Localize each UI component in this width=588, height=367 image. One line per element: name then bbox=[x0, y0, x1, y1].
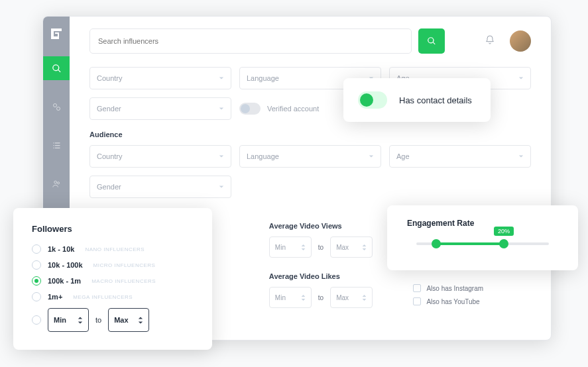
svg-point-2 bbox=[54, 181, 56, 184]
chevron-up-icon bbox=[362, 294, 367, 297]
views-max-stepper[interactable]: Max bbox=[330, 236, 373, 258]
sidebar-item-groups[interactable] bbox=[43, 172, 70, 195]
contact-toggle[interactable] bbox=[358, 91, 387, 109]
engagement-value: 20% bbox=[494, 227, 514, 236]
audience-gender[interactable]: Gender bbox=[89, 176, 231, 198]
chevron-down-icon bbox=[362, 248, 367, 251]
followers-option-custom[interactable] bbox=[32, 315, 41, 325]
chevron-down-icon bbox=[219, 106, 224, 111]
chevron-down-icon bbox=[369, 154, 374, 159]
chevron-down-icon bbox=[219, 154, 224, 159]
slider-thumb-start[interactable] bbox=[432, 239, 441, 248]
chevron-up-icon bbox=[78, 316, 83, 320]
verified-toggle[interactable] bbox=[239, 103, 261, 115]
chevron-down-icon bbox=[78, 321, 83, 325]
filter-gender[interactable]: Gender bbox=[89, 97, 231, 120]
followers-option-macro[interactable]: 100k - 1mMACRO INFLUENCERS bbox=[32, 276, 194, 286]
notifications-button[interactable] bbox=[485, 34, 495, 48]
also-instagram-checkbox[interactable]: Also has Instagram bbox=[413, 284, 531, 292]
search-button[interactable] bbox=[418, 28, 445, 54]
engagement-title: Engagement Rate bbox=[407, 219, 558, 228]
chevron-down-icon bbox=[362, 298, 367, 301]
audience-age[interactable]: Age bbox=[389, 145, 531, 168]
chevron-down-icon bbox=[219, 184, 224, 189]
chevron-down-icon bbox=[138, 321, 143, 325]
chevron-up-icon bbox=[138, 316, 143, 320]
engagement-card: Engagement Rate 20% bbox=[387, 205, 578, 270]
chevron-up-icon bbox=[301, 294, 306, 297]
verified-label: Verified account bbox=[267, 105, 319, 113]
chevron-down-icon bbox=[518, 76, 524, 81]
views-min-stepper[interactable]: Min bbox=[269, 236, 312, 258]
search-bar bbox=[89, 28, 531, 54]
followers-min-stepper[interactable]: Min bbox=[48, 308, 89, 332]
avg-likes-title: Average Video Likes bbox=[269, 272, 387, 280]
search-input[interactable] bbox=[89, 28, 412, 54]
chevron-down-icon bbox=[219, 76, 224, 81]
likes-min-stepper[interactable]: Min bbox=[269, 287, 312, 308]
bell-icon bbox=[485, 34, 495, 45]
chevron-down-icon bbox=[518, 154, 524, 159]
app-logo bbox=[50, 27, 63, 40]
avg-views-title: Average Video Views bbox=[269, 222, 387, 230]
chevron-up-icon bbox=[301, 244, 306, 247]
svg-point-0 bbox=[53, 103, 56, 107]
chevron-down-icon bbox=[301, 248, 306, 251]
followers-option-nano[interactable]: 1k - 10kNANO INFLUENCERS bbox=[32, 244, 194, 254]
followers-option-micro[interactable]: 10k - 100kMICRO INFLUENCERS bbox=[32, 260, 194, 270]
chevron-up-icon bbox=[362, 244, 367, 247]
svg-point-3 bbox=[57, 182, 59, 184]
svg-point-1 bbox=[56, 107, 60, 110]
filter-country[interactable]: Country bbox=[89, 67, 231, 89]
sidebar-item-lists[interactable] bbox=[43, 133, 70, 157]
followers-card: Followers 1k - 10kNANO INFLUENCERS 10k -… bbox=[13, 208, 212, 350]
also-youtube-checkbox[interactable]: Also has YouTube bbox=[413, 297, 531, 305]
followers-title: Followers bbox=[32, 224, 194, 234]
contact-details-card: Has contact details bbox=[343, 78, 491, 122]
followers-option-mega[interactable]: 1m+MEGA INFLUENCERS bbox=[32, 292, 194, 301]
sidebar-item-search[interactable] bbox=[43, 56, 70, 80]
followers-max-stepper[interactable]: Max bbox=[108, 308, 149, 332]
audience-country[interactable]: Country bbox=[89, 145, 231, 168]
audience-title: Audience bbox=[89, 131, 531, 138]
sidebar-item-discover[interactable] bbox=[43, 95, 70, 119]
search-icon bbox=[427, 36, 436, 46]
chevron-down-icon bbox=[301, 298, 306, 301]
likes-max-stepper[interactable]: Max bbox=[330, 287, 373, 308]
engagement-slider[interactable]: 20% bbox=[416, 242, 549, 245]
avatar[interactable] bbox=[510, 30, 531, 52]
slider-thumb-end[interactable] bbox=[499, 239, 508, 248]
contact-label: Has contact details bbox=[399, 95, 472, 105]
audience-language[interactable]: Language bbox=[239, 145, 381, 168]
